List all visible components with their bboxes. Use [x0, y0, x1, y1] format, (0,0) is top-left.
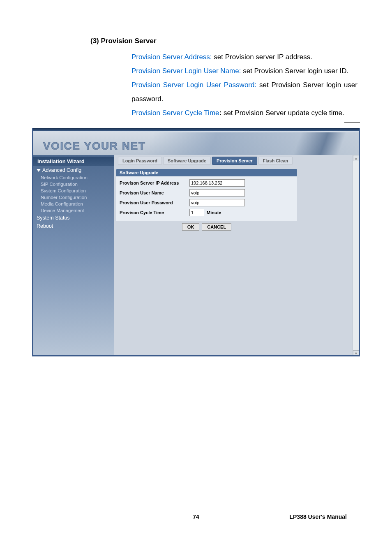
banner: VOICE YOUR NET: [33, 128, 359, 155]
form-header: Software Upgrade: [116, 169, 297, 176]
tab-login-password[interactable]: Login Password: [118, 157, 162, 165]
description-block: Provision Server Address: set Provision …: [131, 50, 357, 120]
input-provision-cycle[interactable]: [189, 209, 204, 216]
label-provision-user: Provison User Name: [120, 190, 189, 195]
sidebar-item-number-config[interactable]: Number Configuration: [33, 194, 114, 201]
page-footer: 74 LP388 User's Manual: [0, 513, 392, 520]
label-provision-cycle: Provison Cycle Time: [120, 210, 189, 215]
desc-line-1: Provision Server Address: set Provision …: [131, 50, 357, 64]
small-rule: [344, 123, 360, 123]
sidebar-item-device-mgmt[interactable]: Device Management: [33, 207, 114, 214]
desc-line-2: Provision Server Login User Name: set Pr…: [131, 64, 357, 78]
sidebar-system-status[interactable]: System Status: [33, 214, 114, 222]
sidebar: Installation Wizard Advanced Config Netw…: [33, 155, 114, 356]
label-provision-pw: Provison User Password: [120, 200, 189, 205]
cancel-button[interactable]: CANCEL: [202, 223, 231, 231]
input-provision-user[interactable]: [189, 189, 245, 197]
section-heading: (3) Provision Server: [90, 37, 359, 45]
scrollbar[interactable]: ▲ ▼: [353, 155, 359, 356]
label-minute: Minute: [207, 210, 221, 215]
sidebar-item-network-config[interactable]: Network Configuration: [33, 174, 114, 181]
input-provision-ip[interactable]: [189, 179, 245, 187]
main-panel: ▲ ▼ Login Password Software Upgrade Prov…: [114, 155, 359, 356]
text-username: set Provision Server login user ID.: [241, 67, 348, 75]
chevron-down-icon: [37, 169, 41, 172]
page-number: 74: [193, 513, 199, 520]
desc-line-3: Provision Server Login User Password: se…: [131, 78, 357, 106]
text-address: set Provision server IP address.: [214, 53, 312, 61]
ok-button[interactable]: OK: [182, 223, 200, 231]
tab-flash-clean[interactable]: Flash Clean: [258, 157, 293, 165]
sidebar-item-media-config[interactable]: Media Configuration: [33, 201, 114, 207]
banner-text: VOICE YOUR NET: [43, 140, 146, 155]
tabs: Login Password Software Upgrade Provisio…: [118, 157, 356, 165]
sidebar-item-system-config[interactable]: System Configuration: [33, 187, 114, 194]
form-panel: Provison Server IP Address Provison User…: [116, 176, 297, 221]
input-provision-pw[interactable]: [189, 199, 245, 206]
label-username: Provision Server Login User Name:: [131, 67, 241, 75]
scroll-down-icon[interactable]: ▼: [353, 350, 359, 356]
manual-title: LP388 User's Manual: [289, 513, 347, 520]
tab-software-upgrade[interactable]: Software Upgrade: [163, 157, 211, 165]
sidebar-group-label: Advanced Config: [42, 167, 81, 173]
label-address: Provision Server Address:: [131, 53, 214, 61]
label-cycle: Provision Server Cycle Time: [131, 109, 219, 117]
sidebar-reboot-label: Reboot: [37, 223, 53, 229]
sidebar-reboot[interactable]: Reboot: [33, 222, 114, 230]
label-provision-ip: Provison Server IP Address: [120, 180, 189, 185]
sidebar-installation-wizard[interactable]: Installation Wizard: [33, 157, 114, 166]
sidebar-advanced-config[interactable]: Advanced Config: [33, 166, 114, 174]
banner-stripe2: [293, 132, 346, 155]
sidebar-status-label: System Status: [37, 215, 70, 221]
tab-provision-server[interactable]: Provision Server: [212, 157, 257, 165]
screenshot-frame: VOICE YOUR NET Installation Wizard Advan…: [32, 128, 360, 356]
sidebar-item-sip-config[interactable]: SIP Configuration: [33, 181, 114, 187]
label-password: Provision Server Login User Password:: [131, 81, 256, 89]
text-cycle: set Provision Server update cycle time.: [221, 109, 344, 117]
desc-line-4: Provision Server Cycle Time: set Provisi…: [131, 106, 357, 120]
scroll-up-icon[interactable]: ▲: [353, 155, 359, 161]
